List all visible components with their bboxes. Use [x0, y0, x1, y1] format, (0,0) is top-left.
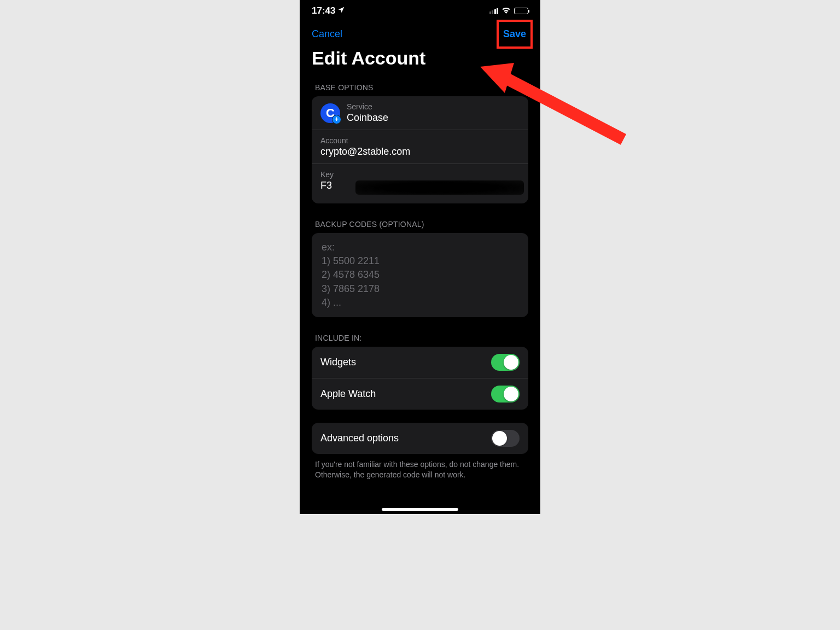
battery-icon	[514, 8, 528, 14]
applewatch-row: Apple Watch	[312, 378, 528, 410]
status-bar: 17:43	[300, 0, 540, 22]
applewatch-toggle[interactable]	[491, 386, 520, 402]
advanced-card: Advanced options	[312, 423, 528, 454]
service-row[interactable]: C Service Coinbase	[312, 96, 528, 130]
cancel-button[interactable]: Cancel	[312, 28, 342, 40]
widgets-row: Widgets	[312, 347, 528, 378]
applewatch-label: Apple Watch	[320, 388, 376, 400]
advanced-toggle[interactable]	[491, 430, 520, 447]
save-highlight-box: Save	[497, 20, 533, 49]
widgets-label: Widgets	[320, 357, 356, 368]
phone-screen: 17:43 Cancel Save Edit Account BASE OPTI…	[300, 0, 540, 514]
service-value: Coinbase	[347, 112, 388, 124]
wifi-icon	[501, 5, 511, 16]
account-row[interactable]: Account crypto@2stable.com	[312, 130, 528, 164]
location-icon	[337, 5, 345, 16]
account-label: Account	[320, 136, 520, 145]
advanced-footnote: If you're not familiar with these option…	[300, 454, 540, 486]
key-label: Key	[320, 170, 520, 179]
nav-bar: Cancel Save	[300, 22, 540, 44]
home-indicator[interactable]	[382, 508, 458, 511]
coinbase-icon: C	[320, 103, 340, 123]
backup-placeholder: ex: 1) 5500 2211 2) 4578 6345 3) 7865 21…	[322, 241, 518, 310]
backup-codes-field[interactable]: ex: 1) 5500 2211 2) 4578 6345 3) 7865 21…	[312, 233, 528, 317]
account-value: crypto@2stable.com	[320, 146, 520, 158]
section-header-include: INCLUDE IN:	[300, 317, 540, 347]
save-button[interactable]: Save	[503, 28, 526, 39]
service-label: Service	[347, 102, 388, 111]
include-card: Widgets Apple Watch	[312, 347, 528, 410]
advanced-row: Advanced options	[312, 423, 528, 454]
key-redaction	[355, 180, 524, 195]
page-title: Edit Account	[300, 44, 540, 75]
key-row[interactable]: Key F3	[312, 164, 528, 203]
advanced-label: Advanced options	[320, 433, 399, 444]
section-header-backup: BACKUP CODES (OPTIONAL)	[300, 203, 540, 233]
cellular-icon	[489, 8, 499, 14]
widgets-toggle[interactable]	[491, 354, 520, 371]
section-header-base: BASE OPTIONS	[300, 75, 540, 96]
base-options-card: C Service Coinbase Account crypto@2stabl…	[312, 96, 528, 203]
status-time: 17:43	[312, 5, 335, 16]
